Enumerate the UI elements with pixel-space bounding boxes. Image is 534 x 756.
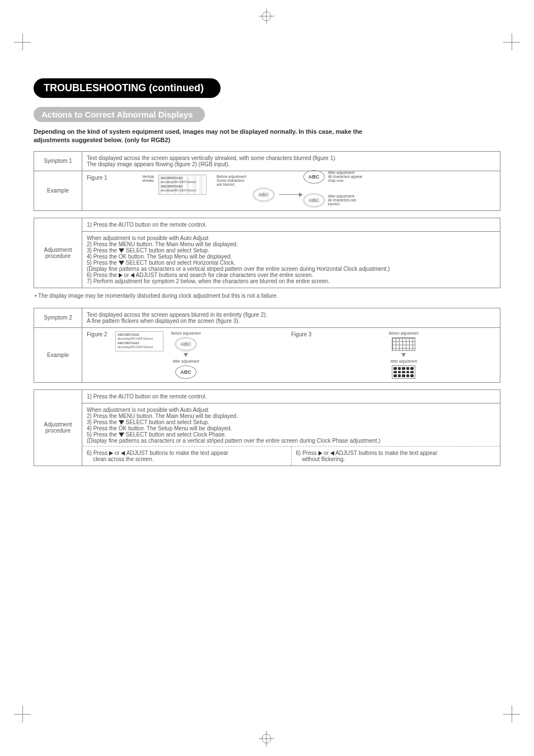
crop-mark bbox=[14, 706, 31, 722]
text-line: 7) Perform adjustment for symptom 2 belo… bbox=[87, 278, 495, 284]
text-line: After adjustment bbox=[328, 194, 354, 198]
figure-label: Figure 1 bbox=[87, 175, 107, 181]
subsection-title: Actions to Correct Abnormal Displays bbox=[34, 107, 205, 122]
page: TROUBLESHOOTING (continued) Actions to C… bbox=[0, 0, 534, 756]
symptom1-example: Figure 1 Vertical streaks ABCDEFGHIJ abc… bbox=[82, 171, 500, 210]
intro-line: adjustments suggested below. (only for R… bbox=[34, 137, 170, 143]
magnifier-icon: ABC bbox=[303, 194, 325, 207]
crop-mark bbox=[503, 34, 520, 50]
text-line: After adjustment bbox=[328, 171, 354, 175]
text-span: clean across the screen. bbox=[93, 456, 153, 462]
text-span: 6) Press bbox=[296, 450, 318, 456]
manual-steps: When adjustment is not possible with Aut… bbox=[82, 403, 500, 466]
magnifier-icon: ABC bbox=[303, 170, 325, 184]
sample-text-box: ABCDEFGHIJ abcdefgABCDEFGabcd ABCDEFGHIJ… bbox=[115, 331, 163, 351]
right-triangle-icon bbox=[318, 451, 322, 456]
sample-line: ABCDEFGHIJ bbox=[118, 333, 161, 337]
text-span: SELECT button and select Horizontal Cloc… bbox=[124, 260, 236, 266]
lens-text: ABC bbox=[308, 198, 320, 203]
text-line: Text displayed across the screen appears… bbox=[87, 312, 495, 318]
text-line: 2) Press the MENU button. The Main Menu … bbox=[87, 241, 495, 247]
lens-text: ABC bbox=[258, 192, 269, 198]
manual-steps: When adjustment is not possible with Aut… bbox=[82, 231, 500, 288]
text-line: When adjustment is not possible with Aut… bbox=[87, 407, 495, 413]
symptom2-table: Symptom 2 Text displayed across the scre… bbox=[34, 308, 500, 466]
pattern-grid-icon bbox=[392, 337, 415, 351]
text-line: procedure bbox=[39, 253, 77, 259]
step-auto: 1) Press the AUTO button on the remote c… bbox=[82, 389, 500, 403]
magnifier-icon: ABC bbox=[175, 365, 196, 379]
down-triangle-icon bbox=[119, 420, 124, 425]
text-line: When adjustment is not possible with Aut… bbox=[87, 235, 495, 241]
text-span: or bbox=[113, 450, 121, 456]
before-label: Before adjustment bbox=[171, 331, 201, 335]
text-line: Before adjustment bbox=[217, 175, 246, 179]
sample-line: ABCDEFGHIJ bbox=[161, 176, 204, 181]
text-span: without flickering. bbox=[302, 456, 345, 462]
text-span: 6) Press the bbox=[87, 272, 119, 278]
text-span: SELECT button and select Setup. bbox=[124, 419, 209, 425]
after-adjust-good: After adjustment All characters appear c… bbox=[328, 171, 362, 182]
after-adjust-bad: After adjustment All characters are blur… bbox=[328, 194, 357, 206]
lens-text: ABC bbox=[180, 369, 191, 375]
text-span: ADJUST buttons and search for clear char… bbox=[134, 272, 313, 278]
text-line: Text displayed across the screen appears… bbox=[87, 155, 495, 161]
before-label: Before adjustment bbox=[389, 331, 419, 335]
sample-line: abcdefgABCDEFGabcd bbox=[161, 180, 204, 185]
text-line: (Display fine patterns as characters or … bbox=[87, 438, 495, 444]
registration-mark-icon bbox=[259, 731, 275, 748]
lens-text: ABC bbox=[180, 341, 191, 347]
sample-line: abcdefgABCDEFGabcd bbox=[118, 345, 161, 350]
vertical-streaks-label: Vertical streaks bbox=[142, 175, 154, 182]
text-line: 2) Press the MENU button. The Main Menu … bbox=[87, 413, 495, 419]
svg-point-0 bbox=[262, 12, 271, 21]
step6-left: 6) Press or ADJUST buttons to make the t… bbox=[82, 447, 292, 466]
figure-label: Figure 3 bbox=[291, 331, 312, 337]
crop-mark bbox=[503, 706, 520, 722]
crop-mark bbox=[503, 34, 520, 50]
intro-line: Depending on the kind of system equipmen… bbox=[34, 128, 362, 135]
before-adjustment-label: Before adjustment Some characters are bl… bbox=[217, 175, 246, 186]
text-span: or bbox=[123, 272, 130, 278]
text-line: 5) Press the SELECT button and select Ho… bbox=[87, 260, 495, 266]
footnote: • The display image may be momentarily d… bbox=[35, 293, 500, 299]
text-line: All characters appear crisp now. bbox=[328, 175, 362, 182]
text-line: Adjustment bbox=[39, 247, 77, 253]
down-triangle-icon bbox=[119, 433, 124, 437]
example-label: Example bbox=[34, 327, 82, 382]
symptom1-label: Symptom 1 bbox=[34, 151, 82, 171]
symptom2-label: Symptom 2 bbox=[34, 308, 82, 327]
down-triangle-icon bbox=[119, 261, 124, 265]
text-line: 6) Press the or ADJUST buttons and searc… bbox=[87, 272, 495, 278]
magnifier-icon: ABC bbox=[175, 337, 196, 351]
step-auto: 1) Press the AUTO button on the remote c… bbox=[82, 218, 500, 231]
lens-text: ABC bbox=[308, 174, 320, 180]
text-line: The display image appears flowing (figur… bbox=[87, 161, 495, 167]
figure-label: Figure 2 bbox=[87, 331, 107, 337]
after-label: After adjustment bbox=[390, 359, 416, 363]
symptom1-description: Text displayed across the screen appears… bbox=[82, 151, 500, 171]
text-span: 3) Press the bbox=[87, 419, 119, 425]
text-line: All characters are blurred. bbox=[328, 198, 357, 206]
step6-right: 6) Press or ADJUST buttons to make the t… bbox=[292, 447, 500, 466]
text-line: A fine pattern flickers when displayed o… bbox=[87, 318, 495, 324]
text-span: 3) Press the bbox=[87, 247, 119, 253]
right-triangle-icon bbox=[119, 273, 123, 278]
arrow-down-icon bbox=[401, 353, 406, 357]
arrow-down-icon bbox=[184, 353, 188, 357]
right-triangle-icon bbox=[109, 451, 113, 456]
text-line: 3) Press the SELECT button and select Se… bbox=[87, 419, 495, 425]
down-triangle-icon bbox=[119, 248, 124, 253]
text-span: 5) Press the bbox=[87, 260, 119, 266]
crop-mark bbox=[14, 34, 31, 50]
text-line: Some characters are blurred. bbox=[217, 179, 244, 186]
text-span: SELECT button and select Clock Phase. bbox=[124, 431, 226, 438]
text-line: procedure bbox=[39, 428, 77, 434]
registration-mark-icon bbox=[259, 8, 275, 25]
text-line: Adjustment bbox=[39, 421, 77, 428]
section-title: TROUBLESHOOTING (continued) bbox=[34, 78, 221, 98]
left-triangle-icon bbox=[330, 451, 334, 456]
sample-line: abcdefgABCDEFGabcd bbox=[118, 337, 161, 341]
text-span: or bbox=[322, 450, 330, 456]
before-after-column: Before adjustment After adjustment bbox=[389, 331, 419, 379]
